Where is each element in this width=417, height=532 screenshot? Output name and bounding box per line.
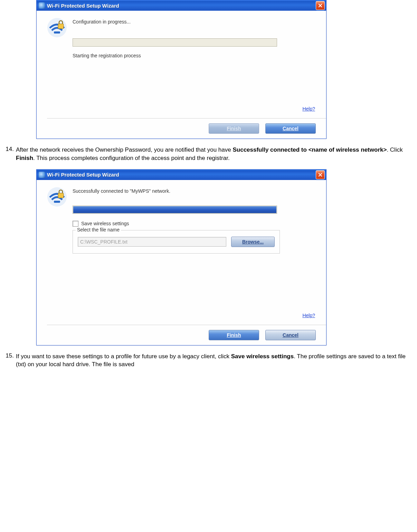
app-icon: [39, 172, 45, 178]
window-body: Configuration in progress... Starting th…: [37, 11, 326, 139]
cancel-button[interactable]: Cancel: [265, 123, 316, 134]
wizard-window-progress: Wi-Fi Protected Setup Wizard: [36, 0, 326, 139]
titlebar[interactable]: Wi-Fi Protected Setup Wizard: [37, 170, 326, 180]
svg-rect-5: [58, 193, 64, 198]
help-link[interactable]: Help?: [302, 106, 315, 112]
button-bar: Finish Cancel: [47, 118, 326, 134]
cancel-button[interactable]: Cancel: [265, 330, 316, 340]
svg-rect-4: [54, 201, 60, 203]
button-bar: Finish Cancel: [47, 325, 326, 340]
progress-bar-complete: [73, 206, 277, 214]
file-path-input[interactable]: C:\WSC_PROFILE.txt: [78, 237, 226, 247]
progress-status: Starting the registration process: [73, 53, 316, 58]
help-link[interactable]: Help?: [302, 313, 315, 318]
progress-bar: [73, 38, 277, 47]
step-number: 14.: [0, 146, 16, 153]
step-text: After the network receives the Ownership…: [16, 146, 417, 162]
wizard-window-success: Wi-Fi Protected Setup Wizard: [36, 169, 326, 345]
save-settings-checkbox[interactable]: [73, 221, 78, 227]
wifi-lock-icon: [47, 18, 67, 38]
window-body: Successfully connected to "MyWPS" networ…: [37, 180, 326, 345]
instruction-step-14: 14. After the network receives the Owner…: [0, 146, 417, 162]
svg-rect-2: [58, 24, 64, 29]
svg-rect-1: [54, 31, 60, 34]
window-title: Wi-Fi Protected Setup Wizard: [47, 3, 316, 9]
success-message: Successfully connected to "MyWPS" networ…: [73, 188, 316, 194]
instruction-step-15: 15. If you want to save these settings t…: [0, 352, 417, 369]
close-button[interactable]: [316, 170, 325, 179]
close-button[interactable]: [316, 1, 325, 10]
file-name-groupbox: Select the file name C:\WSC_PROFILE.txt …: [73, 230, 280, 254]
groupbox-title: Select the file name: [76, 227, 121, 232]
browse-button[interactable]: Browse...: [231, 237, 275, 247]
app-icon: [39, 2, 45, 9]
save-settings-label: Save wireless settings: [81, 221, 129, 226]
window-title: Wi-Fi Protected Setup Wizard: [47, 172, 316, 178]
close-icon: [318, 3, 322, 8]
finish-button[interactable]: Finish: [209, 123, 259, 134]
step-text: If you want to save these settings to a …: [16, 352, 417, 369]
titlebar[interactable]: Wi-Fi Protected Setup Wizard: [37, 0, 326, 11]
close-icon: [318, 173, 322, 177]
step-number: 15.: [0, 352, 16, 359]
progress-message: Configuration in progress...: [73, 19, 316, 25]
finish-button[interactable]: Finish: [209, 330, 259, 340]
wifi-lock-icon: [47, 187, 67, 207]
